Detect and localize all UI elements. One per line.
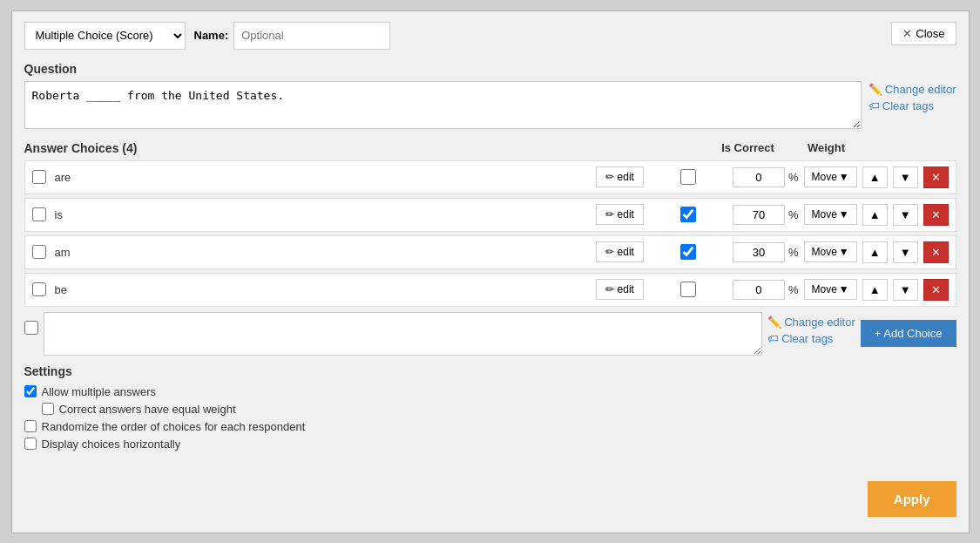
change-editor-link[interactable]: ✏️ Change editor: [868, 83, 956, 96]
setting-row-2: Randomize the order of choices for each …: [24, 420, 956, 433]
pencil-icon: ✏: [605, 171, 614, 183]
correct-cell-4: [649, 282, 727, 297]
edit-button-4[interactable]: ✏ edit: [596, 279, 644, 300]
weight-input-3[interactable]: [733, 242, 785, 262]
answer-rows-container: are ✏ edit % Move ▼ ▲ ▼ ✕ is: [24, 160, 956, 307]
is-correct-checkbox-4[interactable]: [680, 282, 696, 297]
question-section-title: Question: [24, 62, 956, 76]
answer-choices-header: Answer Choices (4) Is Correct Weight: [24, 141, 956, 155]
pencil-icon: ✏: [605, 283, 614, 295]
is-correct-checkbox-3[interactable]: [680, 244, 696, 260]
weight-input-2[interactable]: [733, 205, 785, 225]
answer-choices-title: Answer Choices (4): [24, 141, 709, 155]
answer-text-2: is: [51, 207, 591, 223]
percent-label-1: %: [788, 171, 799, 184]
delete-button-3[interactable]: ✕: [923, 241, 949, 263]
setting-row-0: Allow multiple answers: [24, 385, 956, 398]
pencil-icon: ✏: [605, 208, 614, 221]
col-iscorrect-label: Is Correct: [709, 141, 787, 154]
setting-label-3: Display choices horizontally: [42, 438, 181, 451]
clear-tags-link[interactable]: 🏷 Clear tags: [868, 99, 956, 112]
move-button-2[interactable]: Move ▼: [804, 204, 857, 225]
col-weight-label: Weight: [787, 141, 866, 154]
correct-cell-2: [649, 207, 727, 222]
table-row: be ✏ edit % Move ▼ ▲ ▼ ✕: [24, 273, 956, 307]
new-answer-textarea[interactable]: [44, 312, 763, 356]
setting-label-2: Randomize the order of choices for each …: [42, 420, 306, 433]
setting-checkbox-2[interactable]: [24, 420, 37, 432]
percent-label-3: %: [788, 246, 799, 259]
setting-checkbox-1[interactable]: [42, 403, 54, 415]
table-row: am ✏ edit % Move ▼ ▲ ▼ ✕: [24, 235, 956, 269]
setting-checkbox-0[interactable]: [24, 385, 37, 397]
name-input[interactable]: [233, 22, 390, 50]
row-select-checkbox-3[interactable]: [32, 245, 46, 259]
question-type-select[interactable]: Multiple Choice (Score) Multiple Choice …: [24, 22, 186, 50]
move-button-3[interactable]: Move ▼: [804, 241, 857, 262]
move-button-1[interactable]: Move ▼: [804, 166, 857, 187]
add-choice-button[interactable]: + Add Choice: [861, 320, 956, 347]
up-button-2[interactable]: ▲: [862, 204, 888, 226]
setting-checkbox-3[interactable]: [24, 438, 37, 450]
new-answer-select-checkbox[interactable]: [24, 321, 38, 335]
top-bar: Multiple Choice (Score) Multiple Choice …: [24, 22, 956, 50]
pencil-icon: ✏️: [868, 83, 882, 96]
down-button-4[interactable]: ▼: [893, 279, 918, 301]
name-label: Name:: [194, 29, 229, 42]
tag-icon: 🏷: [767, 332, 779, 345]
weight-cell-1: %: [733, 167, 799, 187]
correct-cell-3: [649, 244, 727, 260]
edit-button-2[interactable]: ✏ edit: [596, 204, 644, 225]
setting-row-3: Display choices horizontally: [24, 438, 956, 451]
weight-cell-2: %: [733, 205, 799, 225]
main-modal: Multiple Choice (Score) Multiple Choice …: [11, 10, 970, 533]
edit-button-3[interactable]: ✏ edit: [596, 241, 644, 262]
setting-row-1: Correct answers have equal weight: [42, 403, 956, 416]
close-icon: ✕: [902, 27, 912, 40]
pencil-icon: ✏: [605, 246, 614, 258]
move-button-4[interactable]: Move ▼: [804, 279, 857, 300]
weight-input-4[interactable]: [733, 280, 785, 300]
settings-title: Settings: [24, 364, 956, 378]
is-correct-checkbox-2[interactable]: [680, 207, 696, 222]
percent-label-2: %: [788, 208, 799, 221]
correct-cell-1: [649, 169, 727, 185]
table-row: is ✏ edit % Move ▼ ▲ ▼ ✕: [24, 198, 956, 232]
setting-label-0: Allow multiple answers: [42, 385, 157, 398]
settings-section: Settings Allow multiple answers Correct …: [24, 364, 956, 451]
weight-input-1[interactable]: [733, 167, 785, 187]
delete-button-4[interactable]: ✕: [923, 279, 949, 301]
up-button-3[interactable]: ▲: [862, 241, 888, 263]
row-select-checkbox-1[interactable]: [32, 170, 46, 184]
row-select-checkbox-4[interactable]: [32, 282, 46, 296]
down-button-2[interactable]: ▼: [893, 204, 918, 226]
weight-cell-4: %: [733, 280, 799, 300]
down-button-1[interactable]: ▼: [893, 166, 918, 188]
new-change-editor-link[interactable]: ✏️ Change editor: [767, 316, 855, 329]
up-button-1[interactable]: ▲: [862, 166, 888, 188]
up-button-4[interactable]: ▲: [862, 279, 888, 301]
tag-icon: 🏷: [868, 99, 880, 112]
percent-label-4: %: [788, 283, 799, 296]
delete-button-2[interactable]: ✕: [923, 204, 949, 226]
new-clear-tags-link[interactable]: 🏷 Clear tags: [767, 332, 855, 345]
answer-text-1: are: [51, 169, 591, 186]
answer-text-3: am: [51, 244, 591, 261]
pencil-icon: ✏️: [767, 316, 781, 329]
close-button[interactable]: ✕ Close: [891, 22, 956, 45]
new-answer-row: ✏️ Change editor 🏷 Clear tags + Add Choi…: [24, 312, 956, 356]
table-row: are ✏ edit % Move ▼ ▲ ▼ ✕: [24, 160, 956, 194]
new-answer-links: ✏️ Change editor 🏷 Clear tags: [767, 312, 855, 345]
is-correct-checkbox-1[interactable]: [680, 169, 696, 185]
answer-text-4: be: [51, 282, 591, 298]
question-area: Roberta _____ from the United States. ✏️…: [24, 81, 956, 129]
row-select-checkbox-2[interactable]: [32, 207, 46, 221]
down-button-3[interactable]: ▼: [893, 241, 918, 263]
apply-button[interactable]: Apply: [868, 481, 956, 517]
weight-cell-3: %: [733, 242, 799, 262]
edit-button-1[interactable]: ✏ edit: [596, 166, 644, 187]
delete-button-1[interactable]: ✕: [923, 166, 949, 188]
question-textarea[interactable]: Roberta _____ from the United States.: [24, 81, 862, 129]
setting-label-1: Correct answers have equal weight: [59, 403, 236, 416]
question-links: ✏️ Change editor 🏷 Clear tags: [868, 81, 956, 112]
